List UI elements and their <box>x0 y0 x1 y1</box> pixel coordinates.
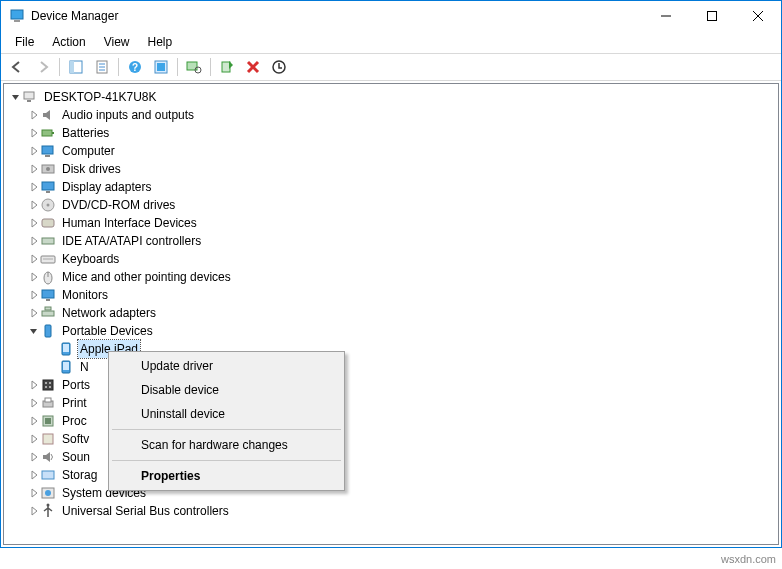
update-driver-icon[interactable] <box>149 56 173 78</box>
svg-rect-27 <box>45 155 50 157</box>
expand-collapse-icon[interactable] <box>26 506 40 516</box>
forward-arrow-icon[interactable] <box>31 56 55 78</box>
tree-category[interactable]: Display adapters <box>4 178 778 196</box>
usb-icon <box>40 503 56 519</box>
properties-sheet-icon[interactable] <box>90 56 114 78</box>
expand-collapse-icon[interactable] <box>26 308 40 318</box>
tree-category[interactable]: Computer <box>4 142 778 160</box>
tree-category[interactable]: Network adapters <box>4 304 778 322</box>
tree-category[interactable]: Portable Devices <box>4 322 778 340</box>
battery-icon <box>40 125 56 141</box>
tree-item-label: Mice and other pointing devices <box>60 268 233 286</box>
expand-collapse-icon[interactable] <box>26 164 40 174</box>
scan-hardware-icon[interactable] <box>182 56 206 78</box>
titlebar[interactable]: Device Manager <box>1 1 781 31</box>
dvd-icon <box>40 197 56 213</box>
menubar: File Action View Help <box>1 31 781 53</box>
menu-view[interactable]: View <box>96 33 138 51</box>
expand-collapse-icon[interactable] <box>26 326 40 336</box>
tree-category[interactable]: Mice and other pointing devices <box>4 268 778 286</box>
tree-item-label: DVD/CD-ROM drives <box>60 196 177 214</box>
expand-collapse-icon[interactable] <box>26 182 40 192</box>
context-menu-properties[interactable]: Properties <box>111 464 342 488</box>
enable-device-icon[interactable] <box>215 56 239 78</box>
watermark: wsxdn.com <box>721 553 776 565</box>
expand-collapse-icon[interactable] <box>26 146 40 156</box>
computer-root-icon <box>22 89 38 105</box>
context-menu-disable-device[interactable]: Disable device <box>111 378 342 402</box>
minimize-button[interactable] <box>643 1 689 31</box>
expand-collapse-icon[interactable] <box>26 236 40 246</box>
menu-file[interactable]: File <box>7 33 42 51</box>
expand-collapse-icon[interactable] <box>8 92 22 102</box>
expand-collapse-icon[interactable] <box>26 416 40 426</box>
print-icon <box>40 395 56 411</box>
tree-item-label: Storag <box>60 466 99 484</box>
expand-collapse-icon[interactable] <box>26 434 40 444</box>
tree-item-label: Display adapters <box>60 178 153 196</box>
expand-collapse-icon[interactable] <box>26 218 40 228</box>
context-menu: Update driverDisable deviceUninstall dev… <box>108 351 345 491</box>
tree-category[interactable]: Keyboards <box>4 250 778 268</box>
svg-point-33 <box>47 204 50 207</box>
expand-collapse-icon[interactable] <box>26 452 40 462</box>
hid-icon <box>40 215 56 231</box>
svg-rect-0 <box>11 10 23 19</box>
tree-category[interactable]: Disk drives <box>4 160 778 178</box>
computer-icon <box>40 143 56 159</box>
svg-rect-22 <box>24 92 34 99</box>
close-button[interactable] <box>735 1 781 31</box>
disable-device-icon[interactable] <box>267 56 291 78</box>
keyboard-icon <box>40 251 56 267</box>
storage-icon <box>40 467 56 483</box>
svg-rect-41 <box>46 299 50 301</box>
expand-collapse-icon[interactable] <box>26 128 40 138</box>
context-menu-uninstall-device[interactable]: Uninstall device <box>111 402 342 426</box>
tree-item-label: Universal Serial Bus controllers <box>60 502 231 520</box>
show-hide-tree-icon[interactable] <box>64 56 88 78</box>
uninstall-device-icon[interactable] <box>241 56 265 78</box>
maximize-button[interactable] <box>689 1 735 31</box>
tree-category[interactable]: DVD/CD-ROM drives <box>4 196 778 214</box>
audio-icon <box>40 107 56 123</box>
context-menu-separator <box>112 460 341 461</box>
help-icon[interactable]: ? <box>123 56 147 78</box>
tree-category[interactable]: Batteries <box>4 124 778 142</box>
svg-rect-25 <box>52 132 54 134</box>
svg-rect-30 <box>42 182 54 190</box>
tree-category[interactable]: Universal Serial Bus controllers <box>4 502 778 520</box>
tree-item-label: IDE ATA/ATAPI controllers <box>60 232 203 250</box>
expand-collapse-icon[interactable] <box>26 488 40 498</box>
menu-help[interactable]: Help <box>140 33 181 51</box>
software-icon <box>40 431 56 447</box>
tree-item-label: Audio inputs and outputs <box>60 106 196 124</box>
tree-item-label: Ports <box>60 376 92 394</box>
context-menu-scan-for-hardware-changes[interactable]: Scan for hardware changes <box>111 433 342 457</box>
expand-collapse-icon[interactable] <box>26 110 40 120</box>
svg-rect-35 <box>42 238 54 244</box>
expand-collapse-icon[interactable] <box>26 272 40 282</box>
expand-collapse-icon[interactable] <box>26 254 40 264</box>
device-blue-icon <box>58 341 74 357</box>
expand-collapse-icon[interactable] <box>26 380 40 390</box>
svg-point-62 <box>47 504 50 507</box>
back-arrow-icon[interactable] <box>5 56 29 78</box>
menu-action[interactable]: Action <box>44 33 93 51</box>
tree-category[interactable]: IDE ATA/ATAPI controllers <box>4 232 778 250</box>
svg-text:?: ? <box>132 62 138 73</box>
tree-category[interactable]: Monitors <box>4 286 778 304</box>
tree-category[interactable]: Audio inputs and outputs <box>4 106 778 124</box>
tree-root[interactable]: DESKTOP-41K7U8K <box>4 88 778 106</box>
expand-collapse-icon[interactable] <box>26 290 40 300</box>
expand-collapse-icon[interactable] <box>26 200 40 210</box>
expand-collapse-icon[interactable] <box>26 470 40 480</box>
tree-item-label: Batteries <box>60 124 111 142</box>
svg-rect-44 <box>45 325 51 337</box>
expand-collapse-icon[interactable] <box>26 398 40 408</box>
context-menu-update-driver[interactable]: Update driver <box>111 354 342 378</box>
tree-item-label: Portable Devices <box>60 322 155 340</box>
svg-rect-42 <box>42 311 54 316</box>
tree-category[interactable]: Human Interface Devices <box>4 214 778 232</box>
svg-rect-18 <box>222 62 230 72</box>
svg-rect-46 <box>63 344 69 352</box>
